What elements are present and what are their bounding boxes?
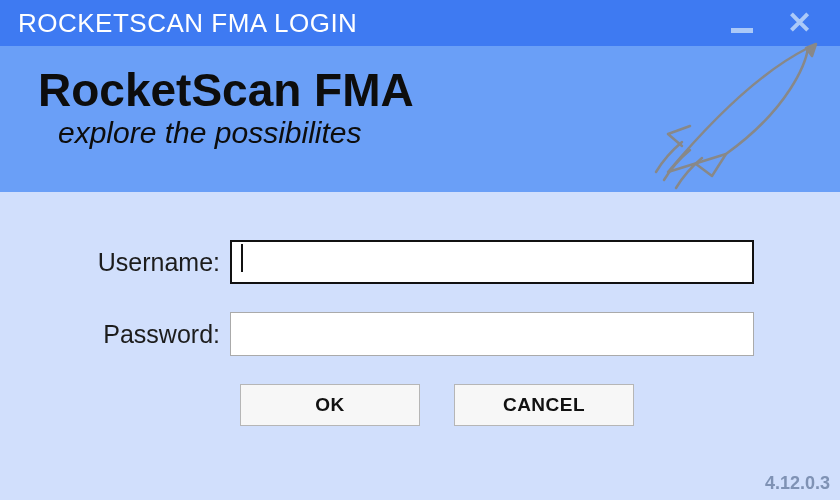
minimize-icon[interactable] — [731, 28, 753, 33]
cancel-button[interactable]: CANCEL — [454, 384, 634, 426]
product-tagline: explore the possibilites — [38, 116, 840, 150]
password-row: Password: — [70, 312, 754, 356]
banner: RocketScan FMA explore the possibilites — [0, 46, 840, 192]
ok-button[interactable]: OK — [240, 384, 420, 426]
login-window: ROCKETSCAN FMA LOGIN ✕ RocketScan FMA ex… — [0, 0, 840, 500]
titlebar[interactable]: ROCKETSCAN FMA LOGIN ✕ — [0, 0, 840, 46]
window-title: ROCKETSCAN FMA LOGIN — [18, 8, 731, 39]
login-form: Username: Password: OK CANCEL — [70, 240, 754, 426]
product-name: RocketScan FMA — [38, 66, 840, 114]
password-label: Password: — [70, 320, 230, 349]
username-input[interactable] — [230, 240, 754, 284]
version-label: 4.12.0.3 — [765, 473, 830, 494]
button-row: OK CANCEL — [240, 384, 754, 426]
username-label: Username: — [70, 248, 230, 277]
username-row: Username: — [70, 240, 754, 284]
password-input[interactable] — [230, 312, 754, 356]
form-area: Username: Password: OK CANCEL 4.12.0.3 — [0, 192, 840, 500]
text-caret — [241, 244, 243, 272]
titlebar-controls: ✕ — [731, 8, 840, 38]
close-icon[interactable]: ✕ — [787, 8, 812, 38]
